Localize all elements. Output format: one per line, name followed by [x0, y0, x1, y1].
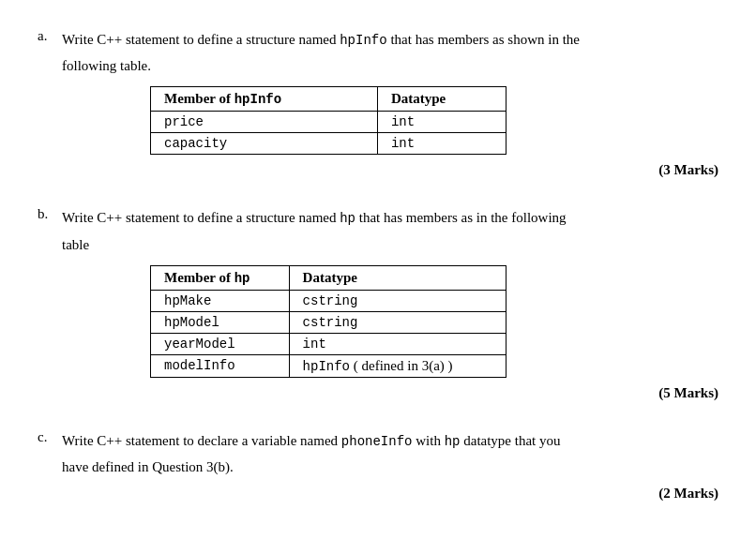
question-a-marks: (3 Marks): [38, 162, 718, 178]
question-a-table: Member of hpInfo Datatype price int capa…: [150, 86, 507, 155]
table-cell: hpModel: [151, 311, 290, 333]
table-cell: modelInfo: [151, 354, 290, 377]
question-a-table-container: Member of hpInfo Datatype price int capa…: [150, 86, 718, 155]
table-cell: yearModel: [151, 333, 290, 354]
table-cell: hpInfo ( defined in 3(a) ): [289, 354, 506, 377]
question-a: a. Write C++ statement to define a struc…: [38, 28, 718, 178]
question-c-label: c.: [38, 429, 54, 445]
table-row: price int: [151, 112, 507, 133]
table-row: hpModel cstring: [151, 311, 507, 333]
question-c-continuation: have defined in Question 3(b).: [62, 456, 718, 478]
table-row: yearModel int: [151, 333, 507, 354]
table-cell: capacity: [151, 133, 378, 155]
table-row: capacity int: [151, 133, 507, 155]
question-b-code1: hp: [340, 211, 355, 226]
question-b-table-container: Member of hp Datatype hpMake cstring hpM…: [150, 265, 718, 378]
question-b-continuation: table: [62, 233, 718, 256]
table-cell: cstring: [289, 311, 506, 333]
table-row: modelInfo hpInfo ( defined in 3(a) ): [151, 354, 507, 377]
question-c-text: Write C++ statement to declare a variabl…: [62, 429, 718, 452]
question-b-marks: (5 Marks): [38, 385, 718, 401]
question-a-continuation: following table.: [62, 54, 718, 77]
question-b-col2-header: Datatype: [289, 265, 506, 290]
question-a-col1-header: Member of hpInfo: [151, 87, 378, 112]
question-c-code2: hp: [445, 434, 461, 449]
table-cell: int: [377, 112, 506, 133]
question-c: c. Write C++ statement to declare a vari…: [38, 429, 718, 502]
question-b-col1-header: Member of hp: [151, 265, 290, 290]
question-c-code1: phoneInfo: [341, 434, 413, 449]
question-a-text: Write C++ statement to define a structur…: [62, 28, 718, 51]
question-c-marks: (2 Marks): [38, 486, 718, 502]
table-cell: int: [377, 133, 506, 155]
table-cell: hpMake: [151, 290, 290, 311]
question-b-table: Member of hp Datatype hpMake cstring hpM…: [150, 265, 507, 378]
table-cell: cstring: [289, 290, 506, 311]
question-b: b. Write C++ statement to define a struc…: [38, 206, 718, 400]
table-cell: price: [151, 112, 378, 133]
question-a-col2-header: Datatype: [377, 87, 506, 112]
table-cell: int: [289, 333, 506, 354]
question-b-text: Write C++ statement to define a structur…: [62, 206, 718, 229]
question-a-label: a.: [38, 28, 54, 44]
question-b-label: b.: [38, 206, 54, 222]
question-a-code1: hpInfo: [340, 33, 386, 48]
table-row: hpMake cstring: [151, 290, 507, 311]
